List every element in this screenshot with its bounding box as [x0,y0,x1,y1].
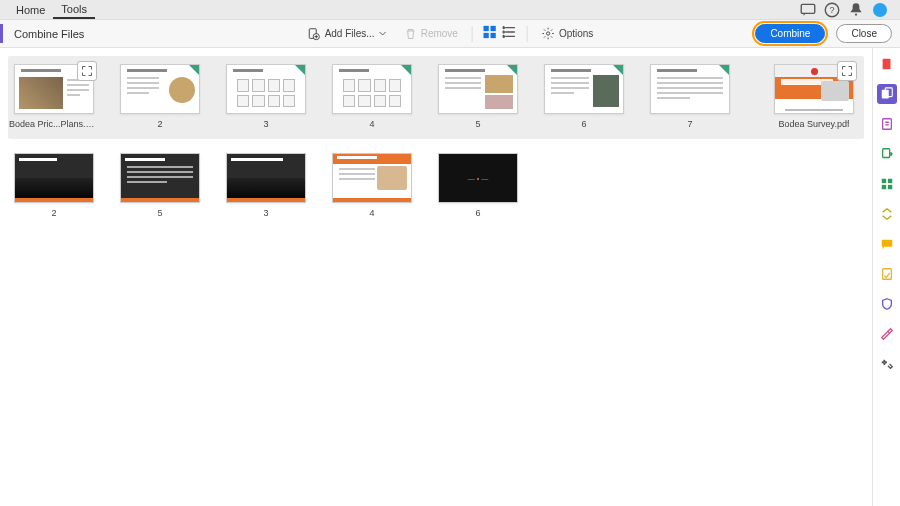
remove-label: Remove [421,28,458,39]
help-icon[interactable]: ? [823,1,841,19]
svg-rect-20 [882,119,891,130]
thumbnail-page-5[interactable]: 5 [438,64,518,129]
thumbnail-caption: Bodea Pric...Plans.pptx [9,119,99,129]
svg-rect-24 [881,185,885,189]
svg-rect-26 [881,240,892,247]
svg-rect-0 [801,4,815,13]
options-button[interactable]: Options [538,25,597,42]
thumbnail-loose-2[interactable]: 5 [120,153,200,218]
thumbnail-caption: 3 [263,208,268,218]
svg-point-15 [503,35,505,37]
divider [472,26,473,42]
protect-icon[interactable] [877,294,897,314]
thumbnail-caption: 6 [581,119,586,129]
add-files-label: Add Files... [325,28,375,39]
expand-button[interactable] [77,61,97,81]
thumbnail-file-2[interactable]: Bodea Survey.pdf [774,64,854,129]
add-files-button[interactable]: Add Files... [303,25,391,43]
thumbnail-page-7[interactable]: 7 [650,64,730,129]
expand-button[interactable] [837,61,857,81]
loose-thumbnails-row: 2 5 3 4 [8,153,864,218]
thumbnail-loose-1[interactable]: 2 [14,153,94,218]
thumbnail-caption: 3 [263,119,268,129]
thumbnail-page-4[interactable]: 4 [332,64,412,129]
remove-button: Remove [401,26,462,42]
thumbnail-page-2[interactable]: 2 [120,64,200,129]
create-pdf-icon[interactable] [877,54,897,74]
combine-highlight: Combine [752,21,828,46]
svg-rect-8 [484,32,489,37]
svg-rect-21 [882,149,889,158]
thumbnail-caption: 6 [475,208,480,218]
thumbnail-caption: 7 [687,119,692,129]
thumbnail-loose-5[interactable]: — • — 6 [438,153,518,218]
thumbnail-caption: 5 [157,208,162,218]
svg-rect-17 [882,59,890,70]
more-tools-icon[interactable] [877,354,897,374]
list-view-button[interactable] [503,25,517,43]
svg-rect-25 [887,185,891,189]
right-tool-sidebar [872,48,900,506]
thumbnail-page-3[interactable]: 3 [226,64,306,129]
compress-icon[interactable] [877,204,897,224]
svg-rect-22 [881,179,885,183]
accent-bar [0,24,3,43]
combine-files-icon[interactable] [877,84,897,104]
divider [527,26,528,42]
options-label: Options [559,28,593,39]
chevron-down-icon [379,30,387,38]
svg-rect-6 [484,25,489,30]
svg-text:?: ? [829,5,834,15]
organize-icon[interactable] [877,174,897,194]
svg-point-16 [547,32,550,35]
trash-icon [405,28,417,40]
bell-icon[interactable] [847,1,865,19]
thumbnail-loose-4[interactable]: 4 [332,153,412,218]
redact-icon[interactable] [877,324,897,344]
grid-view-button[interactable] [483,25,497,43]
svg-rect-7 [491,25,496,30]
thumbnail-file-1[interactable]: Bodea Pric...Plans.pptx [14,64,94,129]
thumbnail-caption: 5 [475,119,480,129]
menubar: Home Tools ? [0,0,900,20]
export-pdf-icon[interactable] [877,144,897,164]
thumbnail-caption: 4 [369,208,374,218]
thumbnail-caption: Bodea Survey.pdf [779,119,850,129]
page-title: Combine Files [14,28,84,40]
file-group-strip: Bodea Pric...Plans.pptx 2 3 4 [8,56,864,139]
fill-sign-icon[interactable] [877,264,897,284]
thumbnail-caption: 2 [51,208,56,218]
gear-icon [542,27,555,40]
toolbar: Combine Files Add Files... Remove Option… [0,20,900,48]
avatar[interactable] [871,1,889,19]
tab-home[interactable]: Home [8,0,53,19]
thumbnail-caption: 4 [369,119,374,129]
thumbnail-caption: 2 [157,119,162,129]
svg-point-14 [503,31,505,33]
chat-icon[interactable] [799,1,817,19]
tab-tools[interactable]: Tools [53,0,95,19]
thumbnail-loose-3[interactable]: 3 [226,153,306,218]
svg-point-3 [855,13,857,15]
comment-icon[interactable] [877,234,897,254]
combine-button[interactable]: Combine [755,24,825,43]
svg-rect-23 [887,179,891,183]
main-area: Bodea Pric...Plans.pptx 2 3 4 [0,48,872,506]
svg-point-13 [503,26,505,28]
svg-rect-9 [491,32,496,37]
close-button[interactable]: Close [836,24,892,43]
thumbnail-page-6[interactable]: 6 [544,64,624,129]
svg-rect-27 [882,269,891,280]
edit-pdf-icon[interactable] [877,114,897,134]
